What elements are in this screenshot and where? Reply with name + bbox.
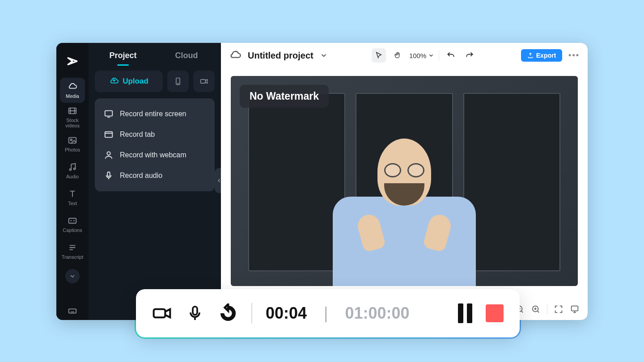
export-button[interactable]: Export <box>521 49 562 62</box>
upload-label: Upload <box>123 77 148 86</box>
rail-label: Photos <box>65 147 80 152</box>
svg-point-8 <box>178 83 178 84</box>
topbar: Untitled project 100% <box>221 43 588 68</box>
svg-point-4 <box>74 168 76 170</box>
undo-button[interactable] <box>444 48 458 63</box>
video-preview[interactable]: No Watermark <box>231 76 578 286</box>
svg-rect-11 <box>105 132 113 138</box>
main-area: Untitled project 100% <box>221 43 588 320</box>
svg-rect-17 <box>154 309 165 317</box>
rail-label: Text <box>68 201 77 206</box>
elapsed-time: 00:04 <box>266 304 307 323</box>
hand-tool[interactable] <box>390 48 405 63</box>
present-button[interactable] <box>570 304 580 314</box>
divider <box>439 50 439 61</box>
zoom-value: 100% <box>409 52 426 59</box>
film-icon <box>68 106 77 116</box>
record-tab[interactable]: Record tab <box>98 125 211 144</box>
left-rail: Media Stock videos Photos Audio Text Cap… <box>56 43 89 320</box>
svg-point-12 <box>107 152 110 155</box>
svg-rect-6 <box>69 309 76 313</box>
svg-rect-13 <box>107 172 110 177</box>
rail-item-text[interactable]: Text <box>60 185 85 210</box>
zoom-in-button[interactable] <box>531 304 541 314</box>
hand-icon <box>394 51 402 59</box>
mic-toggle[interactable] <box>185 303 205 323</box>
svg-rect-5 <box>69 219 76 223</box>
rail-item-captions[interactable]: Captions <box>60 212 85 237</box>
svg-rect-18 <box>193 307 197 315</box>
rail-label: Captions <box>63 227 82 233</box>
export-icon <box>527 52 534 59</box>
rail-label: Audio <box>66 174 79 179</box>
cloud-upload-icon <box>109 76 119 86</box>
svg-point-2 <box>70 139 72 141</box>
more-button[interactable]: ••• <box>568 51 580 60</box>
svg-rect-16 <box>572 306 578 311</box>
restart-button[interactable] <box>218 303 238 323</box>
upload-row: Upload <box>89 71 221 92</box>
recording-toolbar: 00:04 | 01:00:00 <box>136 289 520 337</box>
record-entire-screen[interactable]: Record entire screen <box>98 105 211 123</box>
rail-more[interactable] <box>65 269 80 283</box>
zoom-level[interactable]: 100% <box>409 52 434 59</box>
phone-button[interactable] <box>167 71 189 92</box>
chevron-down-icon[interactable] <box>320 51 328 59</box>
zoom-in-icon <box>531 304 541 314</box>
monitor-icon <box>104 109 114 119</box>
phone-icon <box>174 77 182 86</box>
total-time: 01:00:00 <box>345 304 409 323</box>
rail-item-keyboard[interactable] <box>60 302 85 320</box>
chevron-down-icon <box>69 273 76 280</box>
rail-item-stock-videos[interactable]: Stock videos <box>60 105 85 130</box>
fullscreen-icon <box>554 304 564 314</box>
mic-icon <box>104 171 114 181</box>
cursor-tool[interactable] <box>372 48 386 63</box>
rail-item-photos[interactable]: Photos <box>60 131 85 156</box>
undo-icon <box>446 51 455 60</box>
rail-item-audio[interactable]: Audio <box>60 158 85 183</box>
captions-icon <box>68 216 77 226</box>
rail-label: Transcript <box>62 254 84 260</box>
redo-button[interactable] <box>462 48 477 63</box>
record-audio[interactable]: Record audio <box>98 166 211 185</box>
camera-button[interactable] <box>193 71 215 92</box>
svg-point-3 <box>70 169 72 171</box>
rail-label: Stock videos <box>65 118 80 128</box>
chevron-down-icon <box>428 52 434 59</box>
rail-item-media[interactable]: Media <box>60 78 85 103</box>
music-icon <box>68 162 77 172</box>
fullscreen-button[interactable] <box>554 304 564 314</box>
cursor-icon <box>375 51 383 59</box>
tab-cloud[interactable]: Cloud <box>157 51 216 63</box>
svg-rect-9 <box>201 80 206 83</box>
app-logo <box>66 55 79 68</box>
cloud-icon <box>68 82 77 92</box>
rail-item-transcript[interactable]: Transcript <box>60 239 85 264</box>
restart-icon <box>218 303 238 323</box>
canvas-area: No Watermark <box>221 68 588 299</box>
watermark-badge: No Watermark <box>240 85 329 108</box>
divider <box>251 303 252 324</box>
upload-button[interactable]: Upload <box>95 71 163 92</box>
mic-icon <box>186 304 204 322</box>
window-icon <box>104 130 114 139</box>
record-menu: Record entire screen Record tab Record w… <box>95 98 215 191</box>
menu-item-label: Record audio <box>120 172 162 180</box>
panel-tabs: Project Cloud <box>89 43 221 71</box>
stop-button[interactable] <box>486 304 504 322</box>
camera-icon <box>199 77 208 86</box>
keyboard-icon <box>68 306 77 316</box>
redo-icon <box>465 51 474 60</box>
project-name[interactable]: Untitled project <box>248 51 314 61</box>
text-icon <box>68 189 77 199</box>
camera-icon <box>152 303 172 324</box>
camera-toggle[interactable] <box>152 303 172 323</box>
menu-item-label: Record with webcam <box>120 151 186 159</box>
export-label: Export <box>536 52 556 59</box>
record-webcam[interactable]: Record with webcam <box>98 146 211 164</box>
preview-figure <box>319 125 489 286</box>
tab-project[interactable]: Project <box>93 51 153 63</box>
menu-item-label: Record tab <box>120 130 155 139</box>
pause-button[interactable] <box>458 303 472 323</box>
